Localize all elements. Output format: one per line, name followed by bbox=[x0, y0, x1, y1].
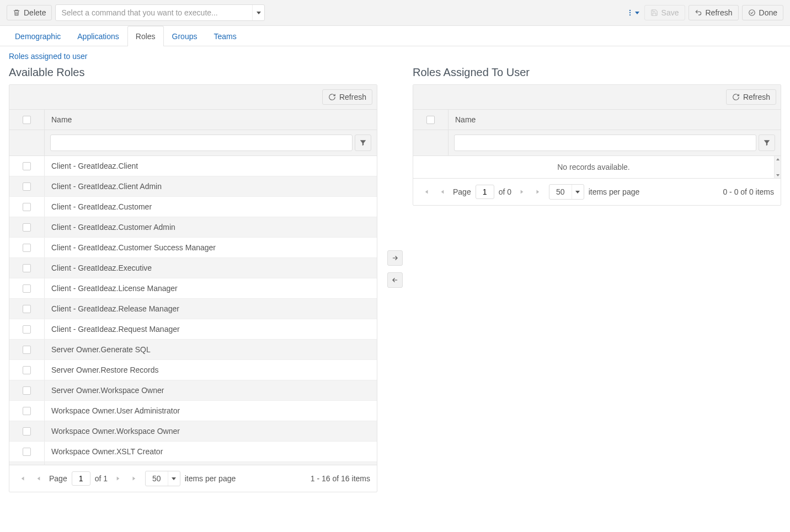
assign-button[interactable] bbox=[387, 250, 403, 266]
table-row[interactable]: Workspace Owner.xxx bbox=[9, 462, 377, 465]
row-checkbox[interactable] bbox=[23, 325, 31, 334]
tab-applications[interactable]: Applications bbox=[69, 26, 127, 46]
row-checkbox[interactable] bbox=[23, 386, 31, 395]
pager-page-label: Page bbox=[49, 474, 67, 483]
row-name: Client - GreatIdeaz.Client Admin bbox=[45, 176, 377, 196]
table-row[interactable]: Server Owner.Generate SQL bbox=[9, 340, 377, 360]
first-icon bbox=[422, 188, 430, 196]
table-row[interactable]: Client - GreatIdeaz.Customer bbox=[9, 197, 377, 217]
assigned-pager: Page of 0 50 items per page 0 - 0 of 0 i… bbox=[413, 178, 781, 205]
pager-prev-button[interactable] bbox=[436, 186, 449, 198]
pager-summary: 0 - 0 of 0 items bbox=[723, 187, 774, 196]
row-checkbox[interactable] bbox=[23, 203, 31, 211]
row-checkbox[interactable] bbox=[23, 244, 31, 252]
table-row[interactable]: Server Owner.Workspace Owner bbox=[9, 380, 377, 401]
trash-icon bbox=[13, 9, 20, 17]
spinner-up-icon bbox=[776, 158, 780, 160]
available-grid: Refresh Name Client - GreatIdeaz.ClientC… bbox=[9, 84, 377, 492]
last-icon bbox=[535, 188, 542, 196]
available-name-filter-input[interactable] bbox=[50, 135, 353, 151]
row-name: Client - GreatIdeaz.Customer Admin bbox=[45, 217, 377, 237]
available-name-header[interactable]: Name bbox=[45, 110, 377, 130]
arrow-right-icon bbox=[391, 254, 399, 262]
undo-icon bbox=[695, 9, 702, 17]
available-grid-body[interactable]: Client - GreatIdeaz.ClientClient - Great… bbox=[9, 156, 377, 465]
available-title: Available Roles bbox=[9, 66, 377, 79]
tab-demographic[interactable]: Demographic bbox=[7, 26, 69, 46]
available-refresh-button[interactable]: Refresh bbox=[322, 89, 372, 105]
done-button[interactable]: Done bbox=[742, 5, 783, 20]
pager-of-text: of 0 bbox=[499, 187, 511, 196]
table-row[interactable]: Client - GreatIdeaz.Executive bbox=[9, 258, 377, 278]
chevron-down-icon bbox=[575, 191, 580, 194]
tab-groups[interactable]: Groups bbox=[164, 26, 206, 46]
row-checkbox[interactable] bbox=[23, 284, 31, 293]
table-row[interactable]: Client - GreatIdeaz.Client Admin bbox=[9, 176, 377, 197]
delete-label: Delete bbox=[24, 8, 46, 17]
subtab-row: Roles assigned to user bbox=[0, 46, 790, 63]
pager-summary: 1 - 16 of 16 items bbox=[311, 474, 370, 483]
row-checkbox[interactable] bbox=[23, 427, 31, 436]
table-row[interactable]: Client - GreatIdeaz.Customer Success Man… bbox=[9, 238, 377, 258]
assigned-name-filter-input[interactable] bbox=[454, 135, 756, 151]
row-checkbox[interactable] bbox=[23, 182, 31, 191]
pager-page-input[interactable] bbox=[476, 185, 494, 199]
table-row[interactable]: Workspace Owner.XSLT Creator bbox=[9, 442, 377, 462]
row-checkbox[interactable] bbox=[23, 407, 31, 415]
roles-assigned-link[interactable]: Roles assigned to user bbox=[9, 52, 87, 61]
table-row[interactable]: Client - GreatIdeaz.Customer Admin bbox=[9, 217, 377, 238]
pager-next-button[interactable] bbox=[112, 472, 124, 485]
pager-first-button[interactable] bbox=[420, 186, 432, 198]
assigned-select-all-checkbox[interactable] bbox=[426, 116, 435, 124]
table-row[interactable]: Client - GreatIdeaz.License Manager bbox=[9, 278, 377, 299]
table-row[interactable]: Client - GreatIdeaz.Release Manager bbox=[9, 299, 377, 319]
pager-last-button[interactable] bbox=[129, 472, 141, 485]
table-row[interactable]: Workspace Owner.User Administrator bbox=[9, 401, 377, 421]
row-name: Client - GreatIdeaz.License Manager bbox=[45, 278, 377, 298]
pager-first-button[interactable] bbox=[16, 472, 28, 485]
row-checkbox[interactable] bbox=[23, 448, 31, 456]
available-filter-button[interactable] bbox=[355, 135, 371, 151]
available-pager: Page of 1 50 items per page 1 - 16 of 16… bbox=[9, 465, 377, 492]
assigned-filter-button[interactable] bbox=[759, 135, 775, 151]
save-button[interactable]: Save bbox=[644, 5, 685, 20]
row-checkbox[interactable] bbox=[23, 346, 31, 354]
pager-size-select[interactable]: 50 bbox=[145, 471, 180, 486]
pager-size-select[interactable]: 50 bbox=[549, 184, 584, 200]
assigned-refresh-button[interactable]: Refresh bbox=[726, 89, 776, 105]
table-row[interactable]: Server Owner.Restore Records bbox=[9, 360, 377, 380]
table-row[interactable]: Client - GreatIdeaz.Request Manager bbox=[9, 319, 377, 340]
pager-next-button[interactable] bbox=[516, 186, 528, 198]
pager-prev-button[interactable] bbox=[33, 472, 45, 485]
next-icon bbox=[518, 188, 526, 196]
tab-teams[interactable]: Teams bbox=[205, 26, 244, 46]
row-checkbox[interactable] bbox=[23, 264, 31, 272]
row-name: Server Owner.Workspace Owner bbox=[45, 380, 377, 400]
delete-button[interactable]: Delete bbox=[7, 5, 52, 20]
command-placeholder: Select a command that you want to execut… bbox=[56, 8, 252, 17]
row-checkbox[interactable] bbox=[23, 305, 31, 313]
refresh-button[interactable]: Refresh bbox=[688, 5, 739, 20]
top-toolbar: Delete Select a command that you want to… bbox=[0, 0, 790, 26]
last-icon bbox=[131, 475, 138, 482]
pager-last-button[interactable] bbox=[532, 186, 545, 198]
row-checkbox[interactable] bbox=[23, 366, 31, 374]
chevron-down-icon bbox=[257, 12, 261, 14]
assigned-name-header[interactable]: Name bbox=[449, 110, 781, 130]
row-name: Workspace Owner.XSLT Creator bbox=[45, 442, 377, 461]
table-row[interactable]: Client - GreatIdeaz.Client bbox=[9, 156, 377, 176]
assigned-scroll-spinner[interactable] bbox=[774, 156, 781, 178]
row-checkbox[interactable] bbox=[23, 162, 31, 170]
pager-size-value: 50 bbox=[146, 474, 168, 483]
row-checkbox[interactable] bbox=[23, 223, 31, 232]
unassign-button[interactable] bbox=[387, 272, 403, 288]
pager-page-input[interactable] bbox=[72, 471, 90, 486]
row-name: Workspace Owner.xxx bbox=[45, 462, 377, 465]
command-select[interactable]: Select a command that you want to execut… bbox=[55, 4, 265, 21]
more-menu[interactable] bbox=[624, 7, 641, 18]
command-caret[interactable] bbox=[252, 5, 264, 20]
tab-roles[interactable]: Roles bbox=[127, 26, 164, 46]
table-row[interactable]: Workspace Owner.Workspace Owner bbox=[9, 421, 377, 442]
available-select-all-checkbox[interactable] bbox=[23, 116, 31, 124]
more-vertical-icon bbox=[626, 9, 634, 17]
